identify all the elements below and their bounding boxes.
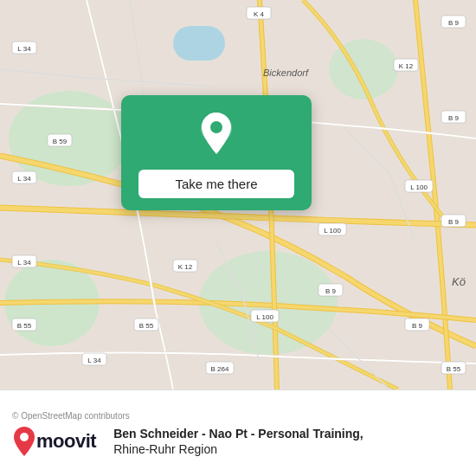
svg-point-49 (210, 121, 222, 133)
svg-point-4 (329, 39, 398, 100)
svg-text:K 4: K 4 (254, 10, 265, 18)
svg-text:B 55: B 55 (17, 322, 32, 330)
location-region: Rhine-Ruhr Region (113, 441, 464, 457)
svg-text:B 55: B 55 (447, 365, 461, 373)
location-row: moovit Ben Schneider - Nao Pt - Personal… (12, 426, 464, 457)
svg-text:K 12: K 12 (178, 263, 193, 271)
svg-text:L 34: L 34 (87, 357, 101, 364)
location-name: Ben Schneider - Nao Pt - Personal Traini… (113, 426, 464, 441)
moovit-text: moovit (36, 430, 96, 453)
svg-text:B 9: B 9 (412, 322, 423, 330)
map-container: K 4 B 9 L 34 B 59 L 34 K 12 B 9 L 100 B … (0, 0, 476, 389)
svg-text:L 34: L 34 (17, 175, 31, 183)
svg-text:B 9: B 9 (448, 218, 460, 226)
location-pin-icon (197, 111, 235, 161)
svg-point-50 (20, 433, 29, 441)
destination-card: Take me there (121, 95, 312, 210)
svg-text:B 9: B 9 (448, 114, 460, 122)
bottom-info-bar: © OpenStreetMap contributors moovit Ben … (0, 389, 476, 476)
svg-text:B 55: B 55 (139, 322, 154, 330)
svg-text:Bickendorf: Bickendorf (263, 68, 309, 78)
svg-text:B 59: B 59 (53, 138, 68, 145)
svg-text:B 9: B 9 (325, 287, 337, 295)
svg-text:L 34: L 34 (17, 259, 31, 267)
take-me-there-button[interactable]: Take me there (138, 170, 294, 198)
svg-text:L 100: L 100 (256, 313, 273, 321)
moovit-logo: moovit (12, 426, 96, 457)
svg-text:L 100: L 100 (324, 227, 341, 235)
map-copyright: © OpenStreetMap contributors (12, 411, 464, 421)
svg-text:B 264: B 264 (211, 365, 229, 373)
location-info: Ben Schneider - Nao Pt - Personal Traini… (113, 426, 464, 457)
svg-text:K 12: K 12 (399, 62, 414, 70)
svg-text:B 9: B 9 (448, 19, 460, 27)
svg-text:L 100: L 100 (410, 183, 428, 191)
svg-text:Kö: Kö (452, 275, 466, 288)
svg-rect-5 (173, 26, 225, 61)
svg-text:L 34: L 34 (17, 45, 31, 53)
